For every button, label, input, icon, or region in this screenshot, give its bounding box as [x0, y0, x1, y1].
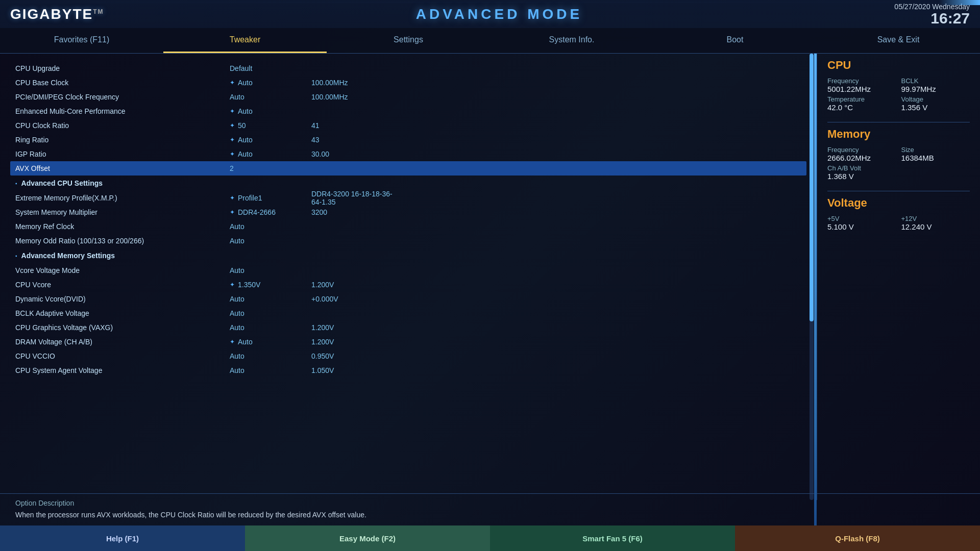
nav-tabs: Favorites (F11) Tweaker Settings System … — [0, 28, 980, 54]
tab-save-exit[interactable]: Save & Exit — [817, 28, 980, 53]
setting-vaxg[interactable]: CPU Graphics Voltage (VAXG) Auto 1.200V — [10, 320, 806, 335]
setting-cpu-clock-ratio[interactable]: CPU Clock Ratio ✦50 41 — [10, 118, 806, 133]
datetime-time: 16:27 — [894, 11, 970, 26]
settings-panel: CPU Upgrade Default CPU Base Clock ✦Auto… — [0, 54, 806, 500]
option-desc-title: Option Description — [15, 499, 965, 507]
cpu-bclk: BCLK 99.97MHz — [901, 77, 970, 93]
corner-decoration — [939, 0, 980, 5]
divider-2 — [827, 191, 970, 191]
setting-memory-ref-clock[interactable]: Memory Ref Clock Auto — [10, 219, 806, 234]
mem-freq: Frequency 2666.02MHz — [827, 146, 896, 162]
setting-xmp[interactable]: Extreme Memory Profile(X.M.P.) ✦Profile1… — [10, 191, 806, 205]
smart-fan-button[interactable]: Smart Fan 5 (F6) — [490, 525, 735, 551]
bottom-bar: Help (F1) Easy Mode (F2) Smart Fan 5 (F6… — [0, 525, 980, 551]
section-advanced-cpu[interactable]: ▪ Advanced CPU Settings — [10, 176, 806, 191]
section-advanced-memory[interactable]: ▪ Advanced Memory Settings — [10, 248, 806, 263]
setting-cpu-vccio[interactable]: CPU VCCIO Auto 0.950V — [10, 349, 806, 363]
tab-boot[interactable]: Boot — [653, 28, 817, 53]
option-desc-text: When the processor runs AVX workloads, t… — [15, 510, 965, 520]
qflash-button[interactable]: Q-Flash (F8) — [735, 525, 980, 551]
cpu-info-grid: Frequency 5001.22MHz BCLK 99.97MHz Tempe… — [827, 77, 970, 112]
memory-info-grid: Frequency 2666.02MHz Size 16384MB Ch A/B… — [827, 146, 970, 181]
setting-vcore-mode[interactable]: Vcore Voltage Mode Auto — [10, 263, 806, 278]
setting-ring-ratio[interactable]: Ring Ratio ✦Auto 43 — [10, 133, 806, 147]
cpu-section-title: CPU — [827, 59, 970, 72]
scrollbar-track — [810, 54, 814, 500]
setting-enhanced-multicore[interactable]: Enhanced Multi-Core Performance ✦Auto — [10, 104, 806, 118]
header: GIGABYTETM ADVANCED MODE 05/27/2020 Wedn… — [0, 0, 980, 28]
cpu-freq-label: Frequency 5001.22MHz — [827, 77, 896, 93]
info-panel: CPU Frequency 5001.22MHz BCLK 99.97MHz T… — [817, 54, 980, 500]
tab-settings[interactable]: Settings — [327, 28, 490, 53]
cpu-temp: Temperature 42.0 °C — [827, 95, 896, 112]
setting-pcie-clock[interactable]: PCIe/DMI/PEG Clock Frequency Auto 100.00… — [10, 90, 806, 104]
divider-1 — [827, 122, 970, 122]
main-content: CPU Upgrade Default CPU Base Clock ✦Auto… — [0, 54, 980, 500]
setting-cpu-vcore[interactable]: CPU Vcore ✦1.350V 1.200V — [10, 278, 806, 292]
setting-cpu-base-clock[interactable]: CPU Base Clock ✦Auto 100.00MHz — [10, 76, 806, 90]
voltage-info-section: Voltage +5V 5.100 V +12V 12.240 V — [827, 196, 970, 231]
logo-text: GIGABYTETM — [10, 6, 104, 22]
setting-cpu-system-agent[interactable]: CPU System Agent Voltage Auto 1.050V — [10, 363, 806, 378]
setting-igp-ratio[interactable]: IGP Ratio ✦Auto 30.00 — [10, 147, 806, 161]
memory-section-title: Memory — [827, 128, 970, 141]
tab-system-info[interactable]: System Info. — [490, 28, 653, 53]
easy-mode-button[interactable]: Easy Mode (F2) — [245, 525, 490, 551]
setting-avx-offset[interactable]: AVX Offset 2 — [10, 161, 806, 176]
scrollbar-thumb[interactable] — [810, 54, 814, 321]
mem-size: Size 16384MB — [901, 146, 970, 162]
mem-volt: Ch A/B Volt 1.368 V — [827, 164, 970, 181]
blue-accent-line — [814, 54, 817, 525]
tab-favorites[interactable]: Favorites (F11) — [0, 28, 163, 53]
tab-tweaker[interactable]: Tweaker — [163, 28, 327, 53]
voltage-info-grid: +5V 5.100 V +12V 12.240 V — [827, 215, 970, 231]
setting-memory-odd-ratio[interactable]: Memory Odd Ratio (100/133 or 200/266) Au… — [10, 234, 806, 248]
setting-dynamic-vcore[interactable]: Dynamic Vcore(DVID) Auto +0.000V — [10, 292, 806, 306]
logo: GIGABYTETM — [10, 6, 104, 22]
setting-cpu-upgrade[interactable]: CPU Upgrade Default — [10, 61, 806, 76]
setting-memory-multiplier[interactable]: System Memory Multiplier ✦DDR4-2666 3200 — [10, 205, 806, 219]
v5-info: +5V 5.100 V — [827, 215, 896, 231]
help-button[interactable]: Help (F1) — [0, 525, 245, 551]
voltage-section-title: Voltage — [827, 196, 970, 210]
memory-info-section: Memory Frequency 2666.02MHz Size 16384MB… — [827, 128, 970, 181]
setting-dram-voltage[interactable]: DRAM Voltage (CH A/B) ✦Auto 1.200V — [10, 335, 806, 349]
cpu-volt: Voltage 1.356 V — [901, 95, 970, 112]
setting-bclk-adaptive[interactable]: BCLK Adaptive Voltage Auto — [10, 306, 806, 320]
datetime: 05/27/2020 Wednesday 16:27 — [894, 3, 970, 26]
option-description: Option Description When the processor ru… — [0, 493, 980, 525]
v12-info: +12V 12.240 V — [901, 215, 970, 231]
page-title: ADVANCED MODE — [416, 6, 582, 22]
cpu-info-section: CPU Frequency 5001.22MHz BCLK 99.97MHz T… — [827, 59, 970, 112]
